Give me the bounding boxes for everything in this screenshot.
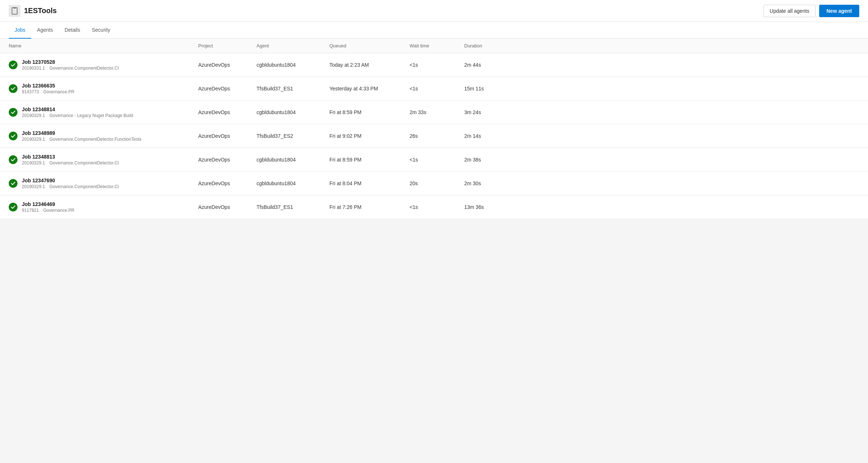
queued-cell: Today at 2:23 AM [329, 62, 410, 68]
content: NameProjectAgentQueuedWait timeDuration … [0, 39, 868, 219]
duration-cell: 2m 14s [464, 133, 519, 139]
duration-cell: 3m 24s [464, 109, 519, 115]
col-header-queued: Queued [329, 43, 410, 48]
job-name[interactable]: Job 12370528 [22, 59, 119, 65]
project-cell: AzureDevOps [198, 180, 257, 186]
app-title: 1ESTools [24, 7, 57, 15]
job-pipeline: Governance.PR [43, 89, 74, 94]
job-info: Job 1234898920190329.1Governance.Compone… [22, 130, 141, 142]
job-meta: 20190331.1Governance.ComponentDetector.C… [22, 66, 119, 71]
job-id: 9143773 [22, 89, 39, 94]
update-all-agents-button[interactable]: Update all agents [763, 5, 816, 17]
job-info: Job 1234881420190329.1Governance - Legac… [22, 106, 133, 118]
project-cell: AzureDevOps [198, 133, 257, 139]
table-row[interactable]: Job 1234881420190329.1Governance - Legac… [0, 101, 868, 124]
job-cell-0: Job 1237052820190331.1Governance.Compone… [9, 59, 198, 71]
queued-cell: Fri at 7:26 PM [329, 204, 410, 210]
job-name[interactable]: Job 12348814 [22, 106, 133, 112]
queued-cell: Fri at 8:04 PM [329, 180, 410, 186]
project-cell: AzureDevOps [198, 86, 257, 92]
job-info: Job 1237052820190331.1Governance.Compone… [22, 59, 119, 71]
job-id: 20190329.1 [22, 184, 45, 189]
new-agent-button[interactable]: New agent [819, 5, 859, 17]
logo-icon [9, 5, 20, 17]
header-actions: Update all agents New agent [763, 5, 859, 17]
job-meta: 20190329.1Governance - Legacy Nuget Pack… [22, 113, 133, 118]
job-name[interactable]: Job 12346469 [22, 201, 74, 207]
job-meta: 20190329.1Governance.ComponentDetector.F… [22, 137, 141, 142]
job-meta: 9143773Governance.PR [22, 89, 74, 94]
project-cell: AzureDevOps [198, 62, 257, 68]
table-container: NameProjectAgentQueuedWait timeDuration … [0, 39, 868, 219]
project-cell: AzureDevOps [198, 109, 257, 115]
wait-time-cell: <1s [410, 157, 464, 163]
wait-time-cell: <1s [410, 62, 464, 68]
job-cell-3: Job 1234898920190329.1Governance.Compone… [9, 130, 198, 142]
status-success-icon [9, 132, 17, 140]
job-pipeline: Governance.ComponentDetector.CI [49, 184, 119, 189]
header-logo: 1ESTools [9, 5, 763, 17]
nav-tabs: JobsAgentsDetailsSecurity [0, 22, 868, 39]
table-row[interactable]: Job 1234898920190329.1Governance.Compone… [0, 124, 868, 148]
job-meta: 20190329.1Governance.ComponentDetector.C… [22, 184, 119, 189]
job-pipeline: Governance - Legacy Nuget Package Build [49, 113, 133, 118]
queued-cell: Fri at 8:59 PM [329, 157, 410, 163]
job-name[interactable]: Job 12366635 [22, 83, 74, 89]
job-name[interactable]: Job 12348813 [22, 154, 119, 160]
job-name[interactable]: Job 12347690 [22, 178, 119, 183]
job-info: Job 1234881320190329.1Governance.Compone… [22, 154, 119, 166]
job-info: Job 123666359143773Governance.PR [22, 83, 74, 94]
col-header-agent: Agent [257, 43, 329, 48]
tab-details[interactable]: Details [59, 22, 86, 39]
wait-time-cell: <1s [410, 204, 464, 210]
status-success-icon [9, 108, 17, 117]
col-header-project: Project [198, 43, 257, 48]
duration-cell: 15m 11s [464, 86, 519, 92]
job-pipeline: Governance.ComponentDetector.CI [49, 66, 119, 71]
job-id: 20190331.1 [22, 66, 45, 71]
col-header-wait_time: Wait time [410, 43, 464, 48]
table-row[interactable]: Job 1234769020190329.1Governance.Compone… [0, 172, 868, 195]
job-id: 20190329.1 [22, 160, 45, 166]
job-info: Job 123464699117821Governance.PR [22, 201, 74, 213]
svg-rect-0 [12, 8, 17, 14]
table-header: NameProjectAgentQueuedWait timeDuration [0, 39, 868, 53]
status-success-icon [9, 155, 17, 164]
table-row[interactable]: Job 123666359143773Governance.PRAzureDev… [0, 77, 868, 101]
status-success-icon [9, 179, 17, 188]
status-success-icon [9, 61, 17, 69]
status-success-icon [9, 203, 17, 211]
table-row[interactable]: Job 1234881320190329.1Governance.Compone… [0, 148, 868, 172]
table-row[interactable]: Job 123464699117821Governance.PRAzureDev… [0, 195, 868, 219]
job-name[interactable]: Job 12348989 [22, 130, 141, 136]
table-row[interactable]: Job 1237052820190331.1Governance.Compone… [0, 53, 868, 77]
agent-cell: cgbldubuntu1804 [257, 62, 329, 68]
tab-jobs[interactable]: Jobs [9, 22, 31, 39]
project-cell: AzureDevOps [198, 204, 257, 210]
col-header-name: Name [9, 43, 198, 48]
queued-cell: Yesterday at 4:33 PM [329, 86, 410, 92]
tab-agents[interactable]: Agents [31, 22, 59, 39]
job-cell-2: Job 1234881420190329.1Governance - Legac… [9, 106, 198, 118]
duration-cell: 2m 30s [464, 180, 519, 186]
job-cell-5: Job 1234769020190329.1Governance.Compone… [9, 178, 198, 189]
job-id: 20190329.1 [22, 137, 45, 142]
job-cell-1: Job 123666359143773Governance.PR [9, 83, 198, 94]
queued-cell: Fri at 8:59 PM [329, 109, 410, 115]
job-pipeline: Governance.ComponentDetector.CI [49, 160, 119, 166]
agent-cell: TfsBuild37_ES1 [257, 204, 329, 210]
status-success-icon [9, 84, 17, 93]
table-body: Job 1237052820190331.1Governance.Compone… [0, 53, 868, 219]
job-cell-4: Job 1234881320190329.1Governance.Compone… [9, 154, 198, 166]
col-header-duration: Duration [464, 43, 519, 48]
tab-security[interactable]: Security [86, 22, 116, 39]
agent-cell: TfsBuild37_ES2 [257, 133, 329, 139]
job-pipeline: Governance.PR [43, 208, 74, 213]
queued-cell: Fri at 9:02 PM [329, 133, 410, 139]
duration-cell: 2m 38s [464, 157, 519, 163]
agent-cell: TfsBuild37_ES1 [257, 86, 329, 92]
wait-time-cell: 26s [410, 133, 464, 139]
agent-cell: cgbldubuntu1804 [257, 180, 329, 186]
header: 1ESTools Update all agents New agent [0, 0, 868, 22]
job-pipeline: Governance.ComponentDetector.FunctionTes… [49, 137, 141, 142]
